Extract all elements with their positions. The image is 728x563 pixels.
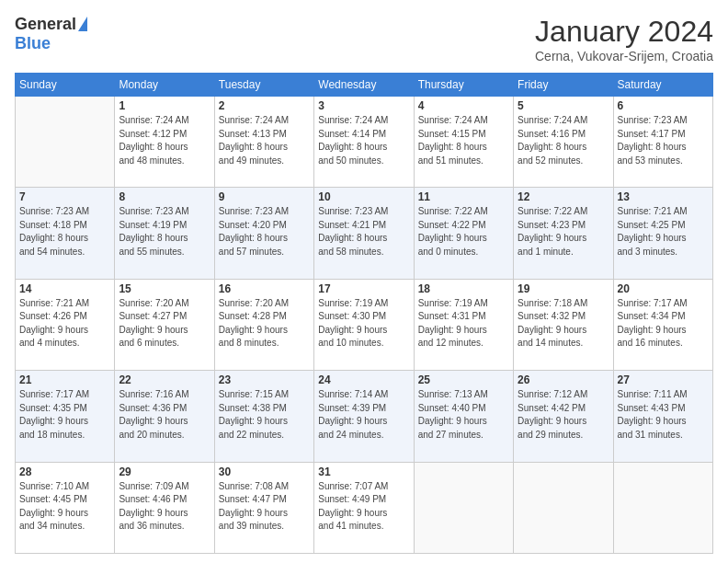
day-number: 9 xyxy=(219,190,310,203)
table-row: 9Sunrise: 7:23 AMSunset: 4:20 PMDaylight… xyxy=(214,188,313,279)
table-row: 25Sunrise: 7:13 AMSunset: 4:40 PMDayligh… xyxy=(414,371,513,462)
table-row: 3Sunrise: 7:24 AMSunset: 4:14 PMDaylight… xyxy=(314,97,414,188)
table-row: 7Sunrise: 7:23 AMSunset: 4:18 PMDaylight… xyxy=(16,188,115,279)
day-info: Sunrise: 7:22 AMSunset: 4:22 PMDaylight:… xyxy=(418,205,509,259)
table-row: 12Sunrise: 7:22 AMSunset: 4:23 PMDayligh… xyxy=(514,188,613,279)
table-row xyxy=(414,462,513,553)
table-row: 15Sunrise: 7:20 AMSunset: 4:27 PMDayligh… xyxy=(115,279,214,370)
table-row: 30Sunrise: 7:08 AMSunset: 4:47 PMDayligh… xyxy=(214,462,313,553)
day-number: 20 xyxy=(618,282,709,295)
day-number: 3 xyxy=(318,99,409,112)
day-info: Sunrise: 7:23 AMSunset: 4:17 PMDaylight:… xyxy=(618,114,709,167)
day-number: 12 xyxy=(518,190,609,203)
day-info: Sunrise: 7:20 AMSunset: 4:27 PMDaylight:… xyxy=(119,297,210,350)
day-number: 18 xyxy=(418,282,509,295)
day-info: Sunrise: 7:10 AMSunset: 4:45 PMDaylight:… xyxy=(19,480,110,534)
day-info: Sunrise: 7:23 AMSunset: 4:21 PMDaylight:… xyxy=(318,205,409,259)
table-row: 18Sunrise: 7:19 AMSunset: 4:31 PMDayligh… xyxy=(414,279,513,370)
table-row: 20Sunrise: 7:17 AMSunset: 4:34 PMDayligh… xyxy=(613,279,712,370)
day-number: 13 xyxy=(618,190,709,203)
day-info: Sunrise: 7:15 AMSunset: 4:38 PMDaylight:… xyxy=(219,388,310,442)
col-tuesday: Tuesday xyxy=(214,74,313,97)
calendar-week-row: 21Sunrise: 7:17 AMSunset: 4:35 PMDayligh… xyxy=(16,371,713,462)
calendar-header-row: Sunday Monday Tuesday Wednesday Thursday… xyxy=(16,74,713,97)
table-row: 8Sunrise: 7:23 AMSunset: 4:19 PMDaylight… xyxy=(115,188,214,279)
table-row: 19Sunrise: 7:18 AMSunset: 4:32 PMDayligh… xyxy=(514,279,613,370)
day-info: Sunrise: 7:23 AMSunset: 4:20 PMDaylight:… xyxy=(219,205,310,259)
table-row: 22Sunrise: 7:16 AMSunset: 4:36 PMDayligh… xyxy=(115,371,214,462)
day-number: 24 xyxy=(318,373,409,386)
day-number: 2 xyxy=(219,99,310,112)
table-row: 13Sunrise: 7:21 AMSunset: 4:25 PMDayligh… xyxy=(613,188,712,279)
col-monday: Monday xyxy=(115,74,214,97)
day-info: Sunrise: 7:21 AMSunset: 4:26 PMDaylight:… xyxy=(19,297,110,350)
table-row: 11Sunrise: 7:22 AMSunset: 4:22 PMDayligh… xyxy=(414,188,513,279)
day-info: Sunrise: 7:24 AMSunset: 4:16 PMDaylight:… xyxy=(518,114,609,167)
day-number: 1 xyxy=(119,99,210,112)
day-number: 4 xyxy=(418,99,509,112)
day-info: Sunrise: 7:24 AMSunset: 4:12 PMDaylight:… xyxy=(119,114,210,167)
day-info: Sunrise: 7:13 AMSunset: 4:40 PMDaylight:… xyxy=(418,388,509,442)
day-number: 29 xyxy=(119,465,210,478)
day-info: Sunrise: 7:14 AMSunset: 4:39 PMDaylight:… xyxy=(318,388,409,442)
day-info: Sunrise: 7:18 AMSunset: 4:32 PMDaylight:… xyxy=(518,297,609,350)
table-row: 2Sunrise: 7:24 AMSunset: 4:13 PMDaylight… xyxy=(214,97,313,188)
table-row: 14Sunrise: 7:21 AMSunset: 4:26 PMDayligh… xyxy=(16,279,115,370)
day-number: 5 xyxy=(518,99,609,112)
calendar-week-row: 28Sunrise: 7:10 AMSunset: 4:45 PMDayligh… xyxy=(16,462,713,553)
table-row: 24Sunrise: 7:14 AMSunset: 4:39 PMDayligh… xyxy=(314,371,414,462)
col-friday: Friday xyxy=(514,74,613,97)
table-row xyxy=(613,462,712,553)
day-number: 10 xyxy=(318,190,409,203)
table-row: 31Sunrise: 7:07 AMSunset: 4:49 PMDayligh… xyxy=(314,462,414,553)
day-number: 26 xyxy=(518,373,609,386)
table-row: 1Sunrise: 7:24 AMSunset: 4:12 PMDaylight… xyxy=(115,97,214,188)
month-title: January 2024 xyxy=(535,15,713,49)
day-info: Sunrise: 7:20 AMSunset: 4:28 PMDaylight:… xyxy=(219,297,310,350)
day-number: 28 xyxy=(19,465,110,478)
day-number: 16 xyxy=(219,282,310,295)
table-row: 10Sunrise: 7:23 AMSunset: 4:21 PMDayligh… xyxy=(314,188,414,279)
day-info: Sunrise: 7:23 AMSunset: 4:19 PMDaylight:… xyxy=(119,205,210,259)
logo: General Blue xyxy=(15,15,87,53)
day-number: 23 xyxy=(219,373,310,386)
day-number: 27 xyxy=(618,373,709,386)
day-info: Sunrise: 7:11 AMSunset: 4:43 PMDaylight:… xyxy=(618,388,709,442)
day-info: Sunrise: 7:21 AMSunset: 4:25 PMDaylight:… xyxy=(618,205,709,259)
header: General Blue January 2024 Cerna, Vukovar… xyxy=(15,15,713,63)
table-row xyxy=(514,462,613,553)
location-subtitle: Cerna, Vukovar-Srijem, Croatia xyxy=(535,49,713,63)
col-wednesday: Wednesday xyxy=(314,74,414,97)
calendar-week-row: 7Sunrise: 7:23 AMSunset: 4:18 PMDaylight… xyxy=(16,188,713,279)
col-thursday: Thursday xyxy=(414,74,513,97)
day-number: 7 xyxy=(19,190,110,203)
day-info: Sunrise: 7:17 AMSunset: 4:35 PMDaylight:… xyxy=(19,388,110,442)
col-sunday: Sunday xyxy=(16,74,115,97)
table-row: 5Sunrise: 7:24 AMSunset: 4:16 PMDaylight… xyxy=(514,97,613,188)
day-number: 25 xyxy=(418,373,509,386)
day-number: 19 xyxy=(518,282,609,295)
day-info: Sunrise: 7:19 AMSunset: 4:30 PMDaylight:… xyxy=(318,297,409,350)
day-info: Sunrise: 7:23 AMSunset: 4:18 PMDaylight:… xyxy=(19,205,110,259)
day-info: Sunrise: 7:22 AMSunset: 4:23 PMDaylight:… xyxy=(518,205,609,259)
day-info: Sunrise: 7:07 AMSunset: 4:49 PMDaylight:… xyxy=(318,480,409,534)
table-row: 17Sunrise: 7:19 AMSunset: 4:30 PMDayligh… xyxy=(314,279,414,370)
table-row: 16Sunrise: 7:20 AMSunset: 4:28 PMDayligh… xyxy=(214,279,313,370)
table-row: 4Sunrise: 7:24 AMSunset: 4:15 PMDaylight… xyxy=(414,97,513,188)
day-info: Sunrise: 7:17 AMSunset: 4:34 PMDaylight:… xyxy=(618,297,709,350)
table-row: 23Sunrise: 7:15 AMSunset: 4:38 PMDayligh… xyxy=(214,371,313,462)
day-info: Sunrise: 7:08 AMSunset: 4:47 PMDaylight:… xyxy=(219,480,310,534)
page-container: General Blue January 2024 Cerna, Vukovar… xyxy=(0,0,728,563)
table-row: 27Sunrise: 7:11 AMSunset: 4:43 PMDayligh… xyxy=(613,371,712,462)
calendar-week-row: 14Sunrise: 7:21 AMSunset: 4:26 PMDayligh… xyxy=(16,279,713,370)
day-info: Sunrise: 7:16 AMSunset: 4:36 PMDaylight:… xyxy=(119,388,210,442)
day-number: 17 xyxy=(318,282,409,295)
day-info: Sunrise: 7:24 AMSunset: 4:14 PMDaylight:… xyxy=(318,114,409,167)
day-number: 15 xyxy=(119,282,210,295)
day-number: 8 xyxy=(119,190,210,203)
calendar-week-row: 1Sunrise: 7:24 AMSunset: 4:12 PMDaylight… xyxy=(16,97,713,188)
logo-general-text: General xyxy=(15,15,76,34)
table-row: 21Sunrise: 7:17 AMSunset: 4:35 PMDayligh… xyxy=(16,371,115,462)
day-number: 6 xyxy=(618,99,709,112)
table-row: 28Sunrise: 7:10 AMSunset: 4:45 PMDayligh… xyxy=(16,462,115,553)
